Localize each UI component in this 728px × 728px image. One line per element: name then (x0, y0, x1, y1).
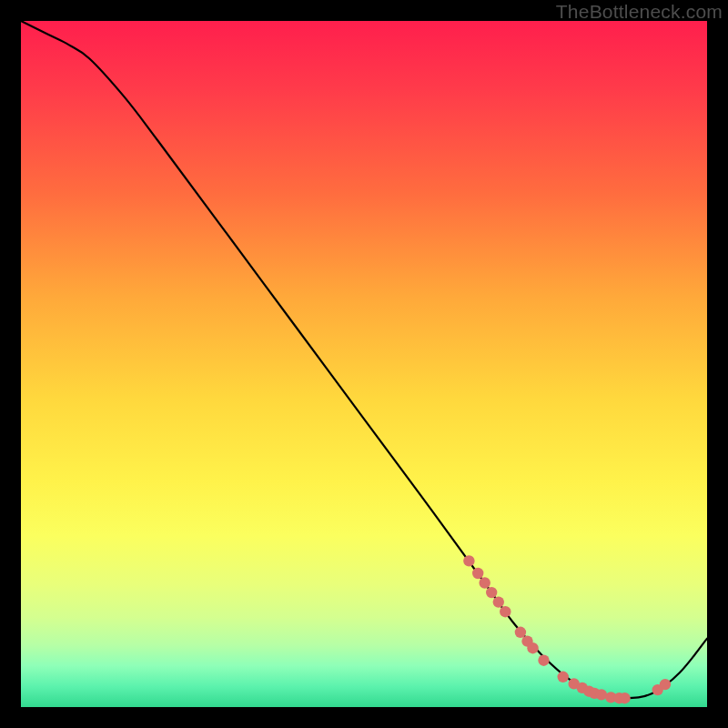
data-point (486, 587, 497, 598)
data-point (527, 642, 538, 653)
data-point (472, 568, 483, 579)
data-point (463, 555, 474, 566)
data-point (515, 627, 526, 638)
data-point (660, 679, 671, 690)
curve-layer (21, 21, 707, 707)
data-point (538, 655, 549, 666)
data-point (558, 672, 569, 682)
data-point (493, 596, 504, 607)
chart-stage: TheBottleneck.com (0, 0, 728, 728)
plot-area (21, 21, 707, 707)
data-dots (463, 555, 671, 703)
data-point (500, 606, 511, 617)
bottleneck-curve (21, 21, 707, 698)
watermark-text: TheBottleneck.com (556, 1, 723, 23)
data-point (619, 693, 630, 703)
data-point (480, 577, 490, 588)
data-point (596, 689, 607, 700)
